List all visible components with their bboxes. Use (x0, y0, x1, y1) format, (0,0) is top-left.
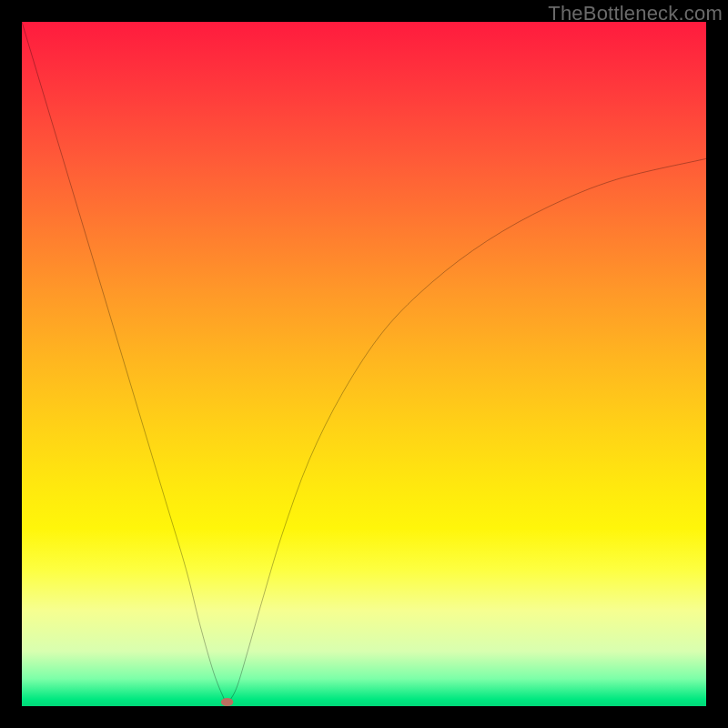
watermark-text: TheBottleneck.com (548, 2, 723, 25)
chart-frame: TheBottleneck.com (0, 0, 728, 728)
optimal-point-marker (221, 698, 234, 706)
bottleneck-curve (22, 22, 706, 706)
